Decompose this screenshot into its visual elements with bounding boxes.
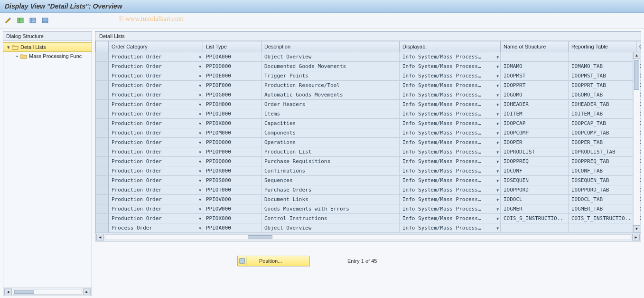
row-marker[interactable] — [96, 138, 109, 147]
table-row[interactable]: Production Order▼PPIOR000ConfirmationsIn… — [96, 166, 641, 176]
row-marker[interactable] — [96, 147, 109, 157]
tree-node-mass-processing-func[interactable]: •Mass Processing Func — [3, 52, 92, 60]
cell-order_category[interactable]: Production Order▼ — [109, 204, 203, 214]
grid-vscrollbar[interactable]: ▲ ▼ — [633, 52, 640, 232]
row-marker[interactable] — [96, 223, 109, 233]
collapse-button[interactable] — [28, 16, 37, 25]
cell-displayab[interactable]: Info System/Mass Process…▼ — [400, 185, 501, 195]
cell-order_category[interactable]: Production Order▼ — [109, 147, 203, 157]
cell-order_category[interactable]: Production Order▼ — [109, 185, 203, 195]
cell-displayab[interactable]: Info System/Mass Process…▼ — [400, 204, 501, 214]
cell-order_category[interactable]: Production Order▼ — [109, 176, 203, 185]
table-row[interactable]: Production Order▼PPIOW000Goods Movements… — [96, 204, 641, 214]
column-header-displayab[interactable]: Displayab. — [400, 41, 501, 52]
scroll-left-icon[interactable]: ◄ — [4, 288, 12, 295]
table-row[interactable]: Production Order▼PPIOS000SequencesInfo S… — [96, 176, 641, 185]
tree-node-detail-lists[interactable]: ▾Detail Lists — [3, 42, 92, 52]
table-row[interactable]: Production Order▼PPIOT000Purchase Orders… — [96, 185, 641, 195]
table-row[interactable]: Production Order▼PPIOK000CapacitiesInfo … — [96, 119, 641, 128]
expand-all-button[interactable] — [16, 16, 25, 25]
row-marker[interactable] — [96, 81, 109, 90]
cell-displayab[interactable]: Info System/Mass Process…▼ — [400, 195, 501, 204]
cell-displayab[interactable]: Info System/Mass Process…▼ — [400, 176, 501, 185]
table-row[interactable]: Production Order▼PPIOD000Documented Good… — [96, 62, 641, 71]
row-marker[interactable] — [96, 157, 109, 166]
cell-displayab[interactable]: Info System/Mass Process…▼ — [400, 138, 501, 147]
table-row[interactable]: Production Order▼PPIOA000Object Overview… — [96, 52, 641, 62]
cell-displayab[interactable]: Info System/Mass Process…▼ — [400, 157, 501, 166]
cell-order_category[interactable]: Production Order▼ — [109, 62, 203, 71]
row-marker[interactable] — [96, 128, 109, 138]
scroll-right-icon[interactable]: ► — [632, 234, 640, 240]
column-header-order_category[interactable]: Order Category — [109, 41, 203, 52]
cell-order_category[interactable]: Production Order▼ — [109, 128, 203, 138]
scroll-track[interactable] — [105, 234, 631, 240]
cell-displayab[interactable]: Info System/Mass Process…▼ — [400, 52, 501, 62]
cell-displayab[interactable]: Info System/Mass Process…▼ — [400, 223, 501, 233]
tree-hscrollbar[interactable]: ◄ ► — [3, 288, 92, 296]
table-row[interactable]: Production Order▼PPIOX000Control Instruc… — [96, 214, 641, 223]
scroll-left-icon[interactable]: ◄ — [96, 234, 104, 240]
cell-order_category[interactable]: Production Order▼ — [109, 90, 203, 100]
cell-order_category[interactable]: Production Order▼ — [109, 71, 203, 81]
cell-displayab[interactable]: Info System/Mass Process…▼ — [400, 100, 501, 109]
cell-displayab[interactable]: Info System/Mass Process…▼ — [400, 71, 501, 81]
table-row[interactable]: Production Order▼PPIOP000Production List… — [96, 147, 641, 157]
table-row[interactable]: Production Order▼PPIOE000Trigger PointsI… — [96, 71, 641, 81]
cell-order_category[interactable]: Production Order▼ — [109, 119, 203, 128]
row-marker[interactable] — [96, 52, 109, 62]
cell-order_category[interactable]: Production Order▼ — [109, 166, 203, 176]
column-header-class[interactable]: Class — [636, 41, 641, 52]
table-row[interactable]: Production Order▼PPIOF000Production Reso… — [96, 81, 641, 90]
table-row[interactable]: Production Order▼PPIOI000ItemsInfo Syste… — [96, 109, 641, 119]
cell-order_category[interactable]: Production Order▼ — [109, 214, 203, 223]
column-header-reporting_table[interactable]: Reporting Table — [569, 41, 636, 52]
scroll-down-icon[interactable]: ▼ — [633, 225, 640, 232]
cell-displayab[interactable]: Info System/Mass Process…▼ — [400, 62, 501, 71]
delimit-button[interactable] — [41, 16, 49, 25]
cell-order_category[interactable]: Production Order▼ — [109, 195, 203, 204]
row-marker[interactable] — [96, 204, 109, 214]
column-header-list_type[interactable]: List Type — [203, 41, 261, 52]
cell-order_category[interactable]: Production Order▼ — [109, 100, 203, 109]
cell-displayab[interactable]: Info System/Mass Process…▼ — [400, 166, 501, 176]
column-header-structure[interactable]: Name of Structure — [501, 41, 569, 52]
scroll-thumb[interactable] — [248, 235, 272, 239]
cell-order_category[interactable]: Production Order▼ — [109, 81, 203, 90]
cell-order_category[interactable]: Process Order▼ — [109, 223, 203, 233]
row-marker[interactable] — [96, 62, 109, 71]
table-row[interactable]: Process Order▼PPIOA000Object OverviewInf… — [96, 223, 641, 233]
scroll-thumb[interactable] — [634, 60, 639, 90]
scroll-track[interactable] — [633, 59, 640, 225]
grid-hscrollbar[interactable]: ◄ ► — [95, 233, 641, 241]
tree-twisty-icon[interactable]: • — [15, 53, 19, 59]
table-row[interactable]: Production Order▼PPIOH000Order HeadersIn… — [96, 100, 641, 109]
scroll-track[interactable] — [13, 289, 82, 295]
cell-order_category[interactable]: Production Order▼ — [109, 52, 203, 62]
tree-twisty-icon[interactable]: ▾ — [6, 44, 11, 50]
row-marker[interactable] — [96, 109, 109, 119]
row-marker[interactable] — [96, 100, 109, 109]
cell-displayab[interactable]: Info System/Mass Process…▼ — [400, 147, 501, 157]
scroll-right-icon[interactable]: ► — [83, 288, 91, 295]
cell-order_category[interactable]: Production Order▼ — [109, 138, 203, 147]
table-row[interactable]: Production Order▼PPIOG000Automatic Goods… — [96, 90, 641, 100]
table-row[interactable]: Production Order▼PPIOM000ComponentsInfo … — [96, 128, 641, 138]
table-row[interactable]: Production Order▼PPIOO000OperationsInfo … — [96, 138, 641, 147]
row-marker[interactable] — [96, 185, 109, 195]
cell-displayab[interactable]: Info System/Mass Process…▼ — [400, 128, 501, 138]
cell-displayab[interactable]: Info System/Mass Process…▼ — [400, 109, 501, 119]
scroll-thumb[interactable] — [14, 290, 34, 294]
scroll-up-icon[interactable]: ▲ — [633, 52, 640, 59]
cell-order_category[interactable]: Production Order▼ — [109, 157, 203, 166]
position-button[interactable]: Position... — [237, 256, 309, 266]
cell-displayab[interactable]: Info System/Mass Process…▼ — [400, 119, 501, 128]
row-marker[interactable] — [96, 71, 109, 81]
table-row[interactable]: Production Order▼PPIOQ000Purchase Requis… — [96, 157, 641, 166]
row-marker[interactable] — [96, 214, 109, 223]
row-marker[interactable] — [96, 176, 109, 185]
row-marker[interactable] — [96, 195, 109, 204]
toggle-edit-button[interactable] — [4, 16, 12, 25]
cell-displayab[interactable]: Info System/Mass Process…▼ — [400, 90, 501, 100]
cell-displayab[interactable]: Info System/Mass Process…▼ — [400, 214, 501, 223]
